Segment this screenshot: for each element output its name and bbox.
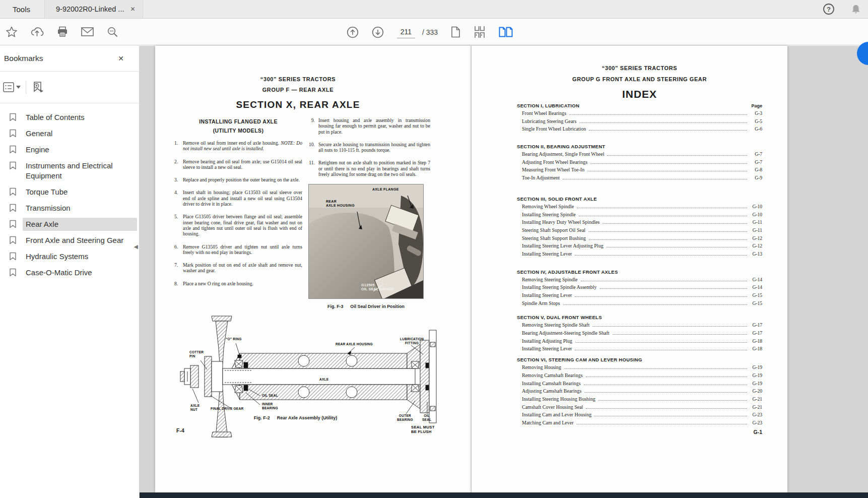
- page-up-icon[interactable]: [347, 26, 359, 38]
- close-tab-icon[interactable]: ✕: [130, 6, 135, 12]
- close-panel-icon[interactable]: ✕: [118, 54, 124, 63]
- step-number: 4.: [174, 190, 183, 207]
- diagram-label-cotter-pin: COTTER PIN: [189, 350, 204, 358]
- page-header-group: GROUP F — REAR AXLE: [155, 87, 441, 93]
- bookmark-item[interactable]: Hydraulic Systems: [0, 248, 139, 265]
- two-page-view-icon[interactable]: [499, 27, 513, 37]
- index-title: INDEX: [517, 88, 762, 100]
- bookmark-icon: [9, 161, 17, 170]
- index-entry: Installing Heavy Duty Wheel SpindlesG-11: [517, 219, 762, 227]
- right-column: 9. Insert housing and axle assembly in t…: [304, 117, 430, 309]
- procedure-step: 8. Place a new O ring on axle housing.: [174, 281, 302, 286]
- index-list: SECTION I, LUBRICATION Front Wheel Beari…: [517, 103, 762, 428]
- bookmarks-panel: Bookmarks ✕: [0, 46, 140, 498]
- svg-text:?: ?: [827, 6, 831, 13]
- bookmark-label: Engine: [23, 143, 137, 156]
- index-entry: Removing Steering Spindle ShaftG-17: [517, 322, 762, 330]
- diagram-label-rear-axle-housing: REAR AXLE HOUSING: [336, 342, 373, 346]
- procedure-step: 1. Remove oil seal from inner end of axl…: [174, 140, 302, 152]
- step-text: Secure axle housing to transmission hous…: [318, 142, 430, 153]
- email-icon[interactable]: [81, 27, 94, 36]
- bookmark-label: Rear Axle: [23, 218, 137, 231]
- bookmark-item[interactable]: Rear Axle: [0, 216, 139, 232]
- procedure-step: 2. Remove bearing and oil seal from axle…: [174, 159, 302, 170]
- step-number: 7.: [174, 262, 183, 274]
- procedure-step: 4. Insert shaft in housing; place G13503…: [174, 190, 302, 207]
- single-page-view-icon[interactable]: [451, 26, 460, 38]
- page-count-label: / 333: [422, 28, 438, 36]
- bookmark-icon: [9, 204, 17, 212]
- index-entry: Measuring Front Wheel Toe-InG-8: [517, 167, 762, 175]
- diagram-image: [175, 313, 439, 442]
- page-number-input[interactable]: [397, 26, 415, 38]
- bookmark-item[interactable]: Engine: [0, 142, 139, 158]
- index-entry: Installing Adjusting PlugG-18: [517, 338, 762, 346]
- procedure-steps-9-11: 9. Insert housing and axle assembly in t…: [304, 117, 430, 177]
- index-entry: Spindle Arm StopsG-15: [517, 300, 762, 308]
- bookmark-label: Instruments and Electrical Equipment: [23, 159, 137, 182]
- tab-bar: Tools 9-92002R0-Linked ... ✕ ?: [0, 0, 868, 19]
- figure-f2-diagram: “O” RING COTTER PIN AXLE NUT REAR AXLE H…: [175, 313, 439, 442]
- figure-f3-photo: REAR AXLE HOUSING AXLE FLANGE G13505 OIL…: [308, 184, 424, 299]
- bookmark-item[interactable]: Front Axle and Steering Gear: [0, 232, 139, 248]
- bookmark-item[interactable]: Torque Tube: [0, 184, 139, 200]
- index-entry: Bearing Adjustment-Steering Spindle Shaf…: [517, 330, 762, 338]
- subsection-heading: INSTALLING FLANGED AXLE: [174, 118, 302, 125]
- step-number: 2.: [174, 159, 183, 170]
- bookmark-label: Case-O-Matic Drive: [23, 266, 137, 279]
- index-entry: Single Front Wheel LubricationG-6: [517, 126, 762, 134]
- toolbar-divider: [26, 81, 26, 94]
- step-number: 9.: [304, 117, 315, 135]
- bookmark-item[interactable]: General: [0, 126, 139, 142]
- tab-document[interactable]: 9-92002R0-Linked ... ✕: [44, 0, 143, 18]
- step-text: Remove G13505 driver and tighten nut unt…: [183, 244, 302, 256]
- step-number: 1.: [174, 140, 183, 152]
- bookmark-item[interactable]: Instruments and Electrical Equipment: [0, 158, 139, 184]
- index-entry: Steering Shaft Support Oil SealG-11: [517, 227, 762, 235]
- index-section-heading: SECTION III, SOLID FRONT AXLE: [517, 196, 762, 202]
- page-header-series: “300” SERIES TRACTORS: [517, 65, 762, 71]
- index-entry: Installing Steering Lever Adjusting Plug…: [517, 243, 762, 251]
- page-down-icon[interactable]: [372, 26, 384, 38]
- index-entry: Installing Steering Housing BushingG-21: [517, 396, 762, 404]
- star-icon[interactable]: [6, 26, 17, 37]
- section-title: SECTION X, REAR AXLE: [155, 99, 441, 110]
- index-entry: Matching Cam and LeverG-23: [517, 420, 762, 428]
- cloud-upload-icon[interactable]: [30, 26, 44, 37]
- bookmark-options-icon[interactable]: [3, 82, 21, 92]
- document-page-left: “300” SERIES TRACTORS GROUP F — REAR AXL…: [155, 46, 471, 492]
- diagram-label-seal-must-be-flush: SEAL MUST BE FLUSH: [411, 425, 435, 434]
- tab-tools[interactable]: Tools: [0, 0, 44, 18]
- bookmark-item[interactable]: Case-O-Matic Drive: [0, 265, 139, 281]
- scrolling-page-view-icon[interactable]: [474, 26, 486, 38]
- bookmark-label: Torque Tube: [23, 185, 137, 199]
- step-text: Retighten nut on axle shaft to position …: [318, 160, 430, 177]
- tools-tab-label: Tools: [13, 5, 30, 14]
- help-icon[interactable]: ?: [823, 3, 835, 15]
- index-entry: Removing Wheel SpindleG-10: [517, 204, 762, 212]
- step-text: Insert housing and axle assembly in tran…: [318, 117, 430, 135]
- diagram-label-oil-seal-inner: OIL SEAL: [262, 394, 278, 398]
- toolbar-page-controls: / 333: [347, 19, 513, 45]
- photo-label-oil-seal-driver: G13505 OIL SEAL DRIVER: [361, 283, 394, 291]
- print-icon[interactable]: [57, 26, 68, 37]
- collapse-panel-icon[interactable]: ◀: [134, 243, 138, 250]
- step-text: Replace and properly position the outer …: [183, 177, 301, 182]
- procedure-steps-1-8: 1. Remove oil seal from inner end of axl…: [174, 140, 302, 286]
- pdf-viewer-window: Tools 9-92002R0-Linked ... ✕ ?: [0, 0, 868, 498]
- bookmark-item[interactable]: Table of Contents: [0, 109, 139, 126]
- bookmarks-list: Table of Contents General Engine: [0, 103, 139, 281]
- bookmark-icon: [9, 113, 17, 121]
- notifications-bell-icon[interactable]: [851, 4, 861, 15]
- new-bookmark-icon[interactable]: [31, 81, 44, 94]
- document-page-right: “300” SERIES TRACTORS GROUP G FRONT AXLE…: [471, 46, 787, 492]
- step-text: Mark position of nut on end of axle shaf…: [183, 262, 302, 274]
- bookmark-item[interactable]: Transmission: [0, 200, 139, 216]
- index-entry: Toe-In AdjustmentG-9: [517, 175, 762, 183]
- index-section-heading: SECTION VI, STEERING CAM AND LEVER HOUSI…: [517, 357, 762, 362]
- bookmark-label: Front Axle and Steering Gear: [23, 234, 137, 247]
- search-icon[interactable]: [107, 26, 118, 38]
- index-section: SECTION VI, STEERING CAM AND LEVER HOUSI…: [517, 357, 762, 428]
- index-entry: Bearing Adjustment, Single Front WheelG-…: [517, 151, 762, 159]
- document-tab-label: 9-92002R0-Linked ...: [56, 5, 124, 13]
